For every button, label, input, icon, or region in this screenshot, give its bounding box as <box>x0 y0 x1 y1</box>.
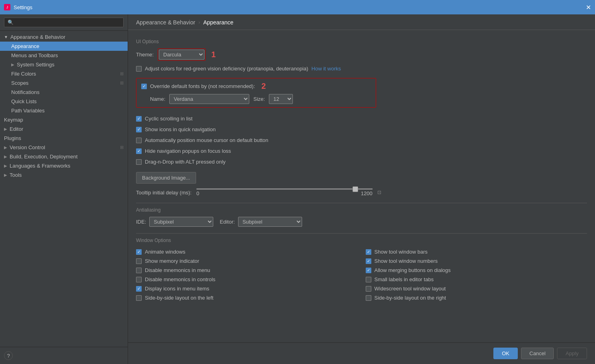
copy-icon: ⊞ <box>120 80 124 86</box>
side-by-side-left-checkbox[interactable] <box>136 295 142 301</box>
drag-drop-alt-label: Drag-n-Drop with ALT pressed only <box>145 159 226 165</box>
editor-aa-group: Editor: Subpixel Greyscale None <box>220 217 302 227</box>
ui-options-title: UI Options <box>136 39 587 44</box>
widescreen-layout-checkbox[interactable] <box>366 286 371 292</box>
allow-merging-buttons-checkbox[interactable] <box>366 268 371 273</box>
display-icons-menu-row: Display icons in menu items <box>136 284 358 293</box>
sidebar-item-menus-toolbars[interactable]: Menus and Toolbars <box>0 51 128 60</box>
content-panel: Appearance & Behavior › Appearance UI Op… <box>128 14 595 364</box>
theme-select[interactable]: Darcula IntelliJ High Contrast <box>159 50 204 60</box>
sidebar-item-editor[interactable]: ▶ Editor <box>0 124 128 134</box>
title-bar-left: J Settings <box>4 4 32 10</box>
auto-position-mouse-label: Automatically position mouse cursor on d… <box>145 137 268 143</box>
help-button[interactable]: ? <box>4 351 13 360</box>
slider-min-label: 0 <box>196 190 199 196</box>
show-memory-row: Show memory indicator <box>136 256 358 266</box>
sidebar-item-version-control[interactable]: ▶ Version Control ⊞ <box>0 143 128 152</box>
show-memory-checkbox[interactable] <box>136 258 142 264</box>
disable-mnemonics-menu-checkbox[interactable] <box>136 268 142 273</box>
sidebar-item-tools[interactable]: ▶ Tools <box>0 170 128 180</box>
annotation-1: 1 <box>211 50 216 59</box>
auto-position-mouse-checkbox[interactable] <box>136 138 142 143</box>
theme-select-wrap: Darcula IntelliJ High Contrast <box>158 48 206 61</box>
side-by-side-right-row: Side-by-side layout on the right <box>366 293 587 302</box>
show-tool-window-numbers-checkbox[interactable] <box>366 258 371 264</box>
font-size-select[interactable]: 12 11 13 14 <box>269 94 293 104</box>
ide-aa-select[interactable]: Subpixel Greyscale None <box>149 217 213 227</box>
drag-drop-alt-row: Drag-n-Drop with ALT pressed only <box>136 158 587 166</box>
tooltip-slider-row: Tooltip initial delay (ms): 0 1200 ⊡ <box>136 188 587 196</box>
cyclic-scrolling-checkbox[interactable] <box>136 116 142 122</box>
sidebar-item-label: Appearance <box>11 43 39 49</box>
animate-windows-checkbox[interactable] <box>136 249 142 255</box>
sidebar-item-quick-lists[interactable]: Quick Lists <box>0 97 128 106</box>
slider-max-label: 1200 <box>361 190 373 196</box>
expand-arrow-icon: ▶ <box>4 154 7 159</box>
search-input[interactable] <box>4 18 124 27</box>
color-blind-label: Adjust colors for red-green vision defic… <box>145 66 308 72</box>
sidebar-item-appearance[interactable]: Appearance <box>0 42 128 51</box>
close-button[interactable]: ✕ <box>586 4 591 11</box>
disable-mnemonics-controls-checkbox[interactable] <box>136 277 142 282</box>
theme-label: Theme: <box>136 52 154 58</box>
expand-arrow-icon: ▶ <box>4 173 7 177</box>
sidebar-item-label: System Settings <box>17 62 54 68</box>
sidebar-item-build-execution[interactable]: ▶ Build, Execution, Deployment <box>0 152 128 161</box>
editor-aa-select[interactable]: Subpixel Greyscale None <box>238 217 302 227</box>
cyclic-scrolling-label: Cyclic scrolling in list <box>145 116 192 122</box>
expand-arrow-icon: ▶ <box>4 145 7 150</box>
animate-windows-label: Animate windows <box>145 249 185 255</box>
sidebar-item-label: Quick Lists <box>11 98 37 104</box>
show-icons-quick-nav-checkbox[interactable] <box>136 127 142 132</box>
how-it-works-link[interactable]: How it works <box>311 66 341 72</box>
override-row1: Override default fonts by (not recommend… <box>141 82 371 91</box>
sidebar-item-path-variables[interactable]: Path Variables <box>0 106 128 115</box>
ok-button[interactable]: OK <box>493 348 518 359</box>
override-row2: Name: Verdana Arial Consolas Size: 12 11… <box>141 94 371 104</box>
sidebar-item-scopes[interactable]: Scopes ⊞ <box>0 78 128 88</box>
sidebar-item-notifications[interactable]: Notifications <box>0 88 128 97</box>
disable-mnemonics-controls-label: Disable mnemonics in controls <box>145 276 215 282</box>
disable-mnemonics-menu-label: Disable mnemonics in menu <box>145 267 210 273</box>
expand-arrow-icon: ▶ <box>11 62 14 67</box>
display-icons-menu-checkbox[interactable] <box>136 286 142 292</box>
disable-mnemonics-menu-row: Disable mnemonics in menu <box>136 266 358 275</box>
side-by-side-right-checkbox[interactable] <box>366 295 371 301</box>
sidebar-item-label: Scopes <box>11 80 28 86</box>
sidebar-item-label: Version Control <box>10 144 45 150</box>
show-tool-window-bars-row: Show tool window bars <box>366 247 587 256</box>
background-image-button[interactable]: Background Image... <box>136 172 196 184</box>
window-options-left: Animate windows Show memory indicator Di… <box>136 247 358 302</box>
cancel-button[interactable]: Cancel <box>521 348 554 359</box>
small-labels-editor-row: Small labels in editor tabs <box>366 275 587 284</box>
color-blind-checkbox[interactable] <box>136 66 142 72</box>
sidebar-item-appearance-behavior[interactable]: ▼ Appearance & Behavior <box>0 32 128 42</box>
show-tool-window-numbers-row: Show tool window numbers <box>366 256 587 266</box>
sidebar-help: ? <box>0 347 128 364</box>
apply-button[interactable]: Apply <box>557 348 587 359</box>
sidebar-item-languages-frameworks[interactable]: ▶ Languages & Frameworks <box>0 161 128 170</box>
sidebar-item-label: Tools <box>10 172 22 178</box>
sidebar-item-keymap[interactable]: Keymap <box>0 115 128 124</box>
cyclic-scrolling-row: Cyclic scrolling in list <box>136 115 587 122</box>
font-name-select[interactable]: Verdana Arial Consolas <box>169 94 249 104</box>
breadcrumb-divider <box>128 30 595 30</box>
theme-row: Theme: Darcula IntelliJ High Contrast 1 <box>136 48 587 61</box>
expand-arrow-icon: ▶ <box>4 127 7 131</box>
sidebar-item-file-colors[interactable]: File Colors ⊞ <box>0 69 128 78</box>
hide-nav-popups-row: Hide navigation popups on focus loss <box>136 147 587 155</box>
drag-drop-alt-checkbox[interactable] <box>136 159 142 165</box>
allow-merging-buttons-row: Allow merging buttons on dialogs <box>366 266 587 275</box>
override-fonts-box: Override default fonts by (not recommend… <box>136 78 376 108</box>
breadcrumb-current: Appearance <box>203 19 234 26</box>
sidebar-item-plugins[interactable]: Plugins <box>0 134 128 143</box>
small-labels-editor-checkbox[interactable] <box>366 277 371 282</box>
sidebar-item-system-settings[interactable]: ▶ System Settings <box>0 60 128 69</box>
breadcrumb: Appearance & Behavior › Appearance <box>128 14 595 30</box>
hide-nav-popups-label: Hide navigation popups on focus loss <box>145 148 231 154</box>
widescreen-layout-row: Widescreen tool window layout <box>366 284 587 293</box>
hide-nav-popups-checkbox[interactable] <box>136 148 142 154</box>
override-fonts-checkbox[interactable] <box>141 84 147 89</box>
show-tool-window-bars-checkbox[interactable] <box>366 249 371 255</box>
show-memory-label: Show memory indicator <box>145 258 199 264</box>
